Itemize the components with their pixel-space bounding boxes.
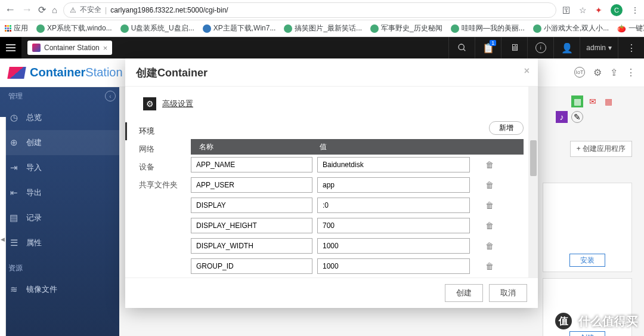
home-button[interactable]: ⌂: [52, 5, 57, 15]
settings-icon[interactable]: ⚙: [593, 67, 602, 78]
env-row: 🗑: [191, 276, 524, 278]
menu-icon[interactable]: ⋮: [631, 5, 639, 15]
svg-line-1: [463, 49, 465, 51]
bookmark-item[interactable]: 搞笑图片_最新笑话...: [284, 23, 362, 33]
env-value-input[interactable]: [317, 157, 470, 172]
env-value-input[interactable]: [317, 238, 470, 254]
modal-scrollbar[interactable]: [528, 87, 538, 278]
add-application-button[interactable]: + 创建应用程序: [570, 141, 632, 157]
svg-point-0: [459, 44, 464, 50]
mini-icon[interactable]: ♪: [556, 111, 568, 123]
col-value: 值: [316, 142, 524, 152]
sidebar-item-overview[interactable]: ◷总览: [0, 105, 119, 130]
bookmark-item[interactable]: 哇哇网—我的美丽...: [451, 23, 525, 33]
tab-close-icon[interactable]: ×: [103, 44, 108, 53]
star-icon[interactable]: ☆: [579, 5, 587, 15]
env-key-input[interactable]: [191, 157, 312, 172]
left-collapse-handle[interactable]: [0, 117, 6, 336]
trash-icon[interactable]: 🗑: [484, 261, 495, 271]
modal-tabs: 环境 网络 设备 共享文件夹: [125, 116, 191, 278]
address-bar[interactable]: ⚠ 不安全 | carlyang1986.f3322.net:5000/cgi-…: [63, 2, 556, 18]
bookmark-item[interactable]: 小游戏大全,双人小...: [533, 23, 609, 33]
trash-icon[interactable]: 🗑: [484, 201, 495, 210]
app-logo-icon: [7, 67, 26, 79]
env-value-input[interactable]: [317, 177, 470, 193]
env-value-input[interactable]: [317, 258, 470, 274]
user-dropdown[interactable]: admin▾: [580, 37, 618, 58]
iot-icon[interactable]: IoT: [574, 67, 585, 78]
mini-icon[interactable]: ▦: [602, 95, 614, 107]
devices-button[interactable]: 🖥: [501, 37, 527, 58]
modal-close-icon[interactable]: ×: [524, 66, 530, 76]
sidebar-item-preferences[interactable]: ☰属性: [0, 230, 119, 255]
tab-shared-folder[interactable]: 共享文件夹: [125, 176, 191, 194]
nas-topbar: Container Station × 📋1 🖥 i 👤 admin▾ ⋮: [0, 37, 644, 58]
bookmark-item[interactable]: U盘装系统_U盘启...: [120, 23, 194, 33]
container-station-icon: [32, 44, 41, 52]
export-icon[interactable]: ⇪: [610, 67, 618, 78]
mini-icon[interactable]: ✎: [571, 111, 583, 123]
env-row: 🗑: [191, 236, 524, 256]
tasks-button[interactable]: 📋1: [475, 37, 501, 58]
bookmark-item[interactable]: XP主题下载,Win7...: [203, 23, 276, 33]
key-icon[interactable]: ⚿: [562, 5, 571, 15]
user-icon[interactable]: 👤: [553, 37, 580, 58]
sidebar-item-images[interactable]: ≋镜像文件: [0, 277, 119, 302]
bookmark-item[interactable]: 军事野史_历史秘闻: [370, 23, 442, 33]
extension-icon[interactable]: ✦: [595, 5, 602, 15]
env-key-input[interactable]: [191, 238, 312, 254]
layers-icon: ≋: [8, 284, 19, 295]
mini-icon[interactable]: ✉: [587, 95, 599, 107]
gauge-icon: ◷: [8, 112, 19, 123]
install-button[interactable]: 安装: [569, 254, 605, 267]
sidebar-item-create[interactable]: ⊕创建: [0, 130, 119, 155]
search-button[interactable]: [448, 37, 475, 58]
env-key-input[interactable]: [191, 177, 312, 193]
env-key-input[interactable]: [191, 258, 312, 274]
bookmark-item[interactable]: XP系统下载,windo...: [36, 23, 112, 33]
modal-cancel-button[interactable]: 取消: [489, 284, 527, 302]
info-button[interactable]: i: [527, 37, 553, 58]
sidebar-item-import[interactable]: ⇥导入: [0, 155, 119, 180]
env-value-input[interactable]: [317, 218, 470, 233]
tab-device[interactable]: 设备: [125, 158, 191, 176]
export-icon: ⇤: [8, 187, 19, 198]
url-text: carlyang1986.f3322.net:5000/cgi-bin/: [110, 6, 228, 14]
modal-title: 创建Container ×: [125, 58, 538, 87]
col-name: 名称: [191, 142, 316, 152]
tab-environment[interactable]: 环境: [125, 122, 191, 140]
mini-icon[interactable]: ▦: [571, 95, 583, 107]
env-row: 🗑: [191, 155, 524, 175]
profile-avatar[interactable]: C: [611, 4, 623, 16]
env-key-input[interactable]: [191, 218, 312, 233]
trash-icon[interactable]: 🗑: [484, 180, 495, 190]
sidebar-item-logs[interactable]: ▤记录: [0, 205, 119, 230]
env-table-header: 名称 值: [191, 139, 524, 155]
trash-icon[interactable]: 🗑: [484, 160, 495, 169]
back-button[interactable]: ←: [5, 4, 16, 16]
hamburger-button[interactable]: [0, 37, 21, 58]
sidebar-collapse-button[interactable]: ‹: [105, 91, 116, 101]
apps-shortcut[interactable]: 应用: [5, 23, 28, 33]
advanced-settings-link[interactable]: 高级设置: [162, 98, 193, 109]
apps-icon: [5, 25, 11, 32]
trash-icon[interactable]: 🗑: [484, 221, 495, 230]
app-title: ContainerStation: [30, 66, 123, 79]
gear-icon: ⚙: [143, 97, 156, 110]
window-tab[interactable]: Container Station ×: [27, 41, 112, 55]
env-key-input[interactable]: [191, 198, 312, 213]
bookmark-item[interactable]: 🍅一键重装系统_一键...: [617, 23, 644, 33]
create-button[interactable]: 创建: [569, 331, 605, 336]
reload-button[interactable]: ⟳: [38, 4, 46, 16]
forward-button[interactable]: →: [21, 4, 32, 16]
modal-create-button[interactable]: 创建: [445, 284, 483, 302]
warning-icon: ⚠: [70, 6, 76, 14]
sidebar-item-export[interactable]: ⇤导出: [0, 180, 119, 205]
trash-icon[interactable]: 🗑: [484, 241, 495, 251]
insecure-label: 不安全: [80, 5, 101, 15]
more-button[interactable]: ⋮: [618, 37, 644, 58]
kebab-icon[interactable]: ⋮: [626, 67, 636, 78]
tab-network[interactable]: 网络: [125, 140, 191, 158]
add-env-button[interactable]: 新增: [489, 121, 524, 135]
env-value-input[interactable]: [317, 198, 470, 213]
